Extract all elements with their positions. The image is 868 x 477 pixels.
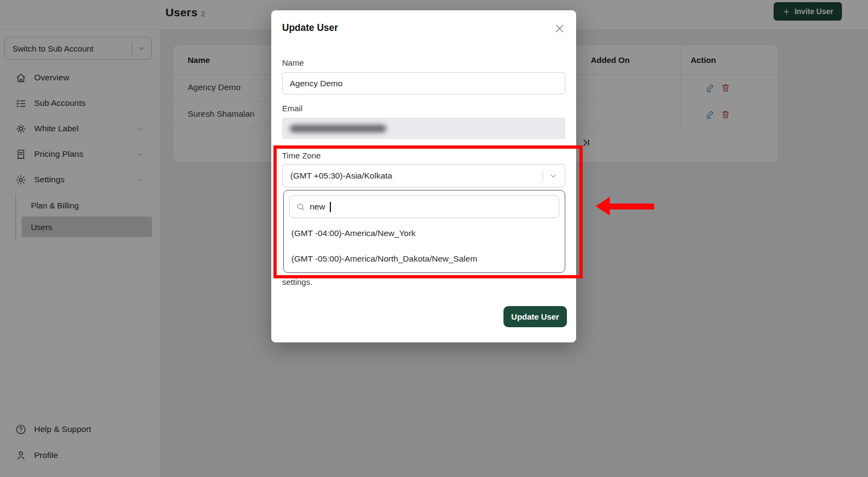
redacted-email-blur bbox=[290, 125, 386, 132]
text-caret bbox=[330, 202, 331, 212]
search-icon bbox=[296, 202, 305, 212]
timezone-helper-text: settings. bbox=[282, 277, 312, 287]
email-input-disabled bbox=[282, 118, 565, 139]
name-label: Name bbox=[282, 58, 304, 67]
modal-title: Update User bbox=[282, 22, 338, 34]
timezone-label: Time Zone bbox=[282, 151, 321, 160]
timezone-selected-value: (GMT +05:30)-Asia/Kolkata bbox=[283, 171, 542, 181]
timezone-dropdown-panel: new (GMT -04:00)-America/New_York (GMT -… bbox=[283, 190, 565, 273]
close-icon bbox=[554, 23, 565, 34]
close-button[interactable] bbox=[552, 21, 566, 35]
name-input[interactable] bbox=[282, 72, 565, 94]
timezone-search-input[interactable]: new bbox=[289, 195, 559, 218]
email-label: Email bbox=[282, 104, 303, 113]
chevron-down-icon bbox=[548, 171, 558, 181]
search-query-text: new bbox=[310, 202, 325, 212]
select-divider bbox=[542, 170, 543, 181]
timezone-select[interactable]: (GMT +05:30)-Asia/Kolkata bbox=[282, 164, 565, 187]
update-user-modal: Update User Name Email Time Zone (GMT +0… bbox=[271, 10, 576, 342]
app-root: Users 2 Invite User Switch to Sub Accoun… bbox=[0, 0, 868, 477]
timezone-option-new-salem[interactable]: (GMT -05:00)-America/North_Dakota/New_Sa… bbox=[284, 246, 565, 271]
update-user-submit-button[interactable]: Update User bbox=[503, 306, 567, 327]
timezone-option-new-york[interactable]: (GMT -04:00)-America/New_York bbox=[284, 220, 565, 246]
